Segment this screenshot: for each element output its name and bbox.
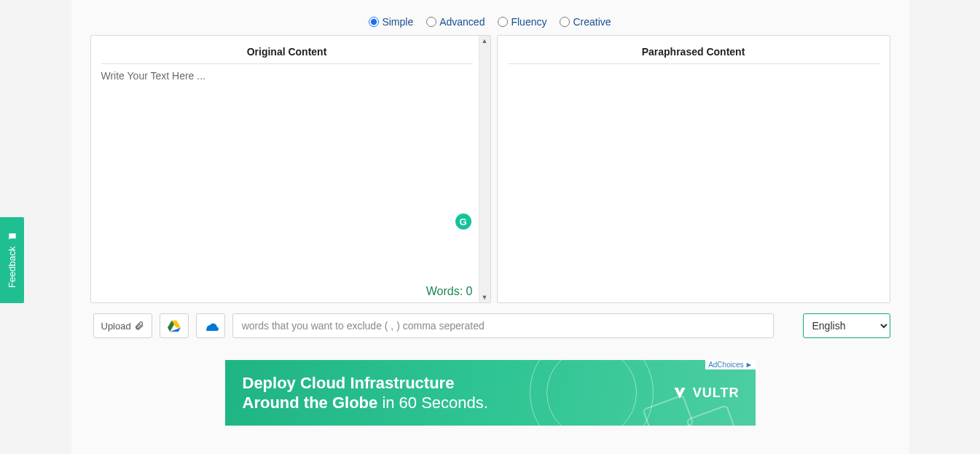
mode-advanced-radio[interactable] bbox=[426, 17, 436, 27]
chat-icon bbox=[7, 232, 17, 242]
chip-icon bbox=[686, 404, 737, 426]
scroll-up-icon[interactable]: ▲ bbox=[479, 36, 490, 46]
mode-fluency[interactable]: Fluency bbox=[498, 16, 546, 28]
mode-creative-radio[interactable] bbox=[560, 17, 570, 27]
feedback-tab[interactable]: Feedback bbox=[0, 217, 24, 303]
original-textarea[interactable] bbox=[91, 64, 483, 302]
adchoices-label: AdChoices bbox=[708, 361, 743, 369]
onedrive-icon bbox=[203, 321, 219, 331]
grammar-check-icon[interactable]: G bbox=[455, 214, 471, 230]
mode-creative-label: Creative bbox=[573, 16, 611, 28]
ad-copy: Deploy Cloud Infrastructure Around the G… bbox=[243, 373, 488, 413]
paraphrased-panel: Paraphrased Content bbox=[497, 35, 890, 303]
mode-simple-radio[interactable] bbox=[369, 17, 379, 27]
google-drive-icon bbox=[167, 319, 181, 332]
ad-banner[interactable]: Deploy Cloud Infrastructure Around the G… bbox=[225, 360, 756, 426]
globe-icon bbox=[530, 360, 654, 426]
ad-headline-1: Deploy Cloud Infrastructure bbox=[243, 373, 488, 394]
google-drive-button[interactable] bbox=[160, 313, 189, 338]
upload-label: Upload bbox=[101, 321, 131, 332]
original-panel: Original Content G Words: 0 ▲ ▼ bbox=[90, 35, 491, 303]
original-title: Original Content bbox=[101, 36, 473, 64]
mode-fluency-label: Fluency bbox=[511, 16, 546, 28]
mode-simple[interactable]: Simple bbox=[369, 16, 413, 28]
language-select[interactable]: English bbox=[803, 313, 890, 338]
adchoices-icon bbox=[745, 361, 753, 369]
mode-selector: Simple Advanced Fluency Creative bbox=[71, 0, 909, 35]
paperclip-icon bbox=[134, 321, 144, 331]
ad-brand: VULTR bbox=[673, 385, 740, 401]
feedback-label: Feedback bbox=[7, 246, 17, 288]
mode-fluency-radio[interactable] bbox=[498, 17, 508, 27]
ad-headline-2: Around the Globe in 60 Seconds. bbox=[243, 393, 488, 413]
adchoices-badge[interactable]: AdChoices bbox=[705, 360, 755, 369]
tool-card: Simple Advanced Fluency Creative Origina… bbox=[71, 0, 909, 454]
mode-advanced[interactable]: Advanced bbox=[426, 16, 485, 28]
upload-button[interactable]: Upload bbox=[93, 313, 152, 338]
mode-simple-label: Simple bbox=[382, 16, 413, 28]
exclude-words-input[interactable] bbox=[232, 313, 774, 338]
ad-headline-2b: in 60 Seconds. bbox=[377, 394, 488, 412]
scrollbar[interactable]: ▲ ▼ bbox=[479, 36, 490, 302]
onedrive-button[interactable] bbox=[196, 313, 225, 338]
scroll-down-icon[interactable]: ▼ bbox=[479, 292, 490, 302]
content-panels: Original Content G Words: 0 ▲ ▼ Paraphra… bbox=[71, 35, 909, 303]
ad-brand-text: VULTR bbox=[693, 385, 740, 401]
word-count: Words: 0 bbox=[426, 285, 473, 298]
mode-advanced-label: Advanced bbox=[439, 16, 485, 28]
ad-headline-2a: Around the Globe bbox=[243, 394, 378, 412]
paraphrased-title: Paraphrased Content bbox=[508, 36, 879, 64]
bottom-toolbar: Upload English bbox=[71, 303, 909, 338]
mode-creative[interactable]: Creative bbox=[560, 16, 611, 28]
vultr-logo-icon bbox=[673, 385, 687, 400]
